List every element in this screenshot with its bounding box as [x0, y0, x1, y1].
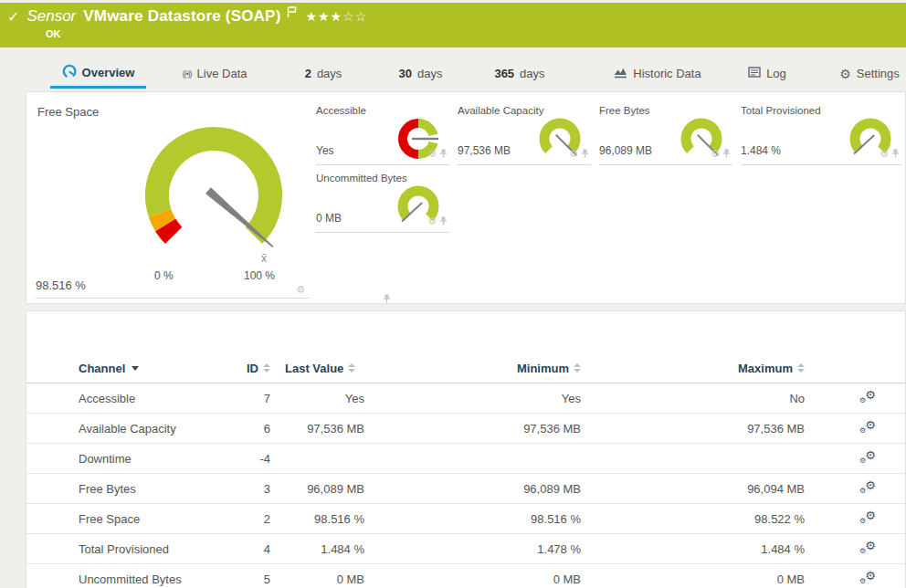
- tab-2-days[interactable]: 2 days: [297, 58, 350, 89]
- table-row-total-provisioned[interactable]: Total Provisioned 4 1.484 % 1.478 % 1.48…: [26, 534, 905, 564]
- gauge-settings-icon[interactable]: ⚙: [427, 216, 437, 226]
- tab-365-days[interactable]: 365 days: [487, 58, 553, 89]
- pin-icon[interactable]: [581, 145, 589, 162]
- flag-icon[interactable]: [287, 5, 297, 23]
- table-row-accessible[interactable]: Accessible 7 Yes Yes No ⚙⚙: [26, 383, 905, 414]
- gauge-icon: [62, 64, 77, 81]
- column-header-last-value[interactable]: Last Value: [285, 362, 355, 375]
- pin-icon[interactable]: [439, 213, 448, 229]
- channel-settings-gears-icon[interactable]: ⚙⚙: [859, 450, 876, 465]
- gauge-value: 97,536 MB: [458, 144, 511, 157]
- gauge-value: Yes: [316, 144, 334, 157]
- gauge-title: Available Capacity: [458, 105, 543, 116]
- pin-icon[interactable]: [722, 145, 731, 162]
- live-icon: ((•)): [182, 69, 191, 79]
- gauge-value: 0 MB: [316, 212, 342, 225]
- channel-settings-gears-icon[interactable]: ⚙⚙: [859, 390, 876, 404]
- gauge-settings-icon[interactable]: ⚙: [569, 149, 578, 159]
- log-icon: [748, 67, 761, 80]
- channel-settings-gears-icon[interactable]: ⚙⚙: [859, 510, 876, 525]
- gauge-settings-icon[interactable]: ⚙: [880, 149, 889, 159]
- free-space-gauge-panel: Free Space x̄ 0 % 100 % 98.516 % ⚙: [36, 100, 310, 299]
- free-bytes-gauge-panel: Free Bytes 96,089 MB ⚙: [599, 103, 732, 165]
- gauge-settings-icon[interactable]: ⚙: [427, 149, 437, 159]
- table-row-available-capacity[interactable]: Available Capacity 6 97,536 MB 97,536 MB…: [26, 414, 905, 444]
- area-chart-icon: [614, 67, 627, 81]
- accessible-gauge-panel: Accessible Yes ⚙: [316, 103, 449, 165]
- gauges-panel: Free Space x̄ 0 % 100 % 98.516 % ⚙ Acces…: [26, 91, 906, 304]
- tab-overview[interactable]: Overview: [50, 58, 146, 89]
- uncommitted-bytes-gauge-panel: Uncommitted Bytes 0 MB ⚙: [316, 171, 449, 233]
- pin-icon[interactable]: [439, 145, 448, 162]
- sort-icon: [574, 363, 581, 373]
- tab-log[interactable]: Log: [744, 58, 790, 89]
- column-header-channel[interactable]: Channel: [79, 362, 139, 375]
- channel-settings-gears-icon[interactable]: ⚙⚙: [859, 571, 876, 585]
- column-header-minimum[interactable]: Minimum: [517, 362, 581, 375]
- gauge-title: Accessible: [316, 105, 366, 116]
- tab-bar: Overview ((•)) Live Data 2 days 30 days …: [0, 58, 906, 89]
- gauge-title: Free Space: [37, 105, 99, 119]
- free-space-gauge: x̄: [122, 109, 305, 282]
- column-header-id[interactable]: ID: [247, 362, 270, 375]
- total-provisioned-gauge-panel: Total Provisioned 1.484 % ⚙: [741, 103, 901, 165]
- table-row-free-space[interactable]: Free Space 2 98.516 % 98.516 % 98.522 % …: [26, 504, 905, 534]
- tab-settings[interactable]: ⚙ Settings: [833, 58, 906, 89]
- channels-table-panel: Channel ID Last Value Minimum Maximum Ac…: [26, 310, 906, 588]
- table-row-free-bytes[interactable]: Free Bytes 3 96,089 MB 96,089 MB 96,094 …: [26, 474, 905, 504]
- gauge-title: Free Bytes: [599, 105, 650, 116]
- sort-desc-icon: [132, 366, 139, 371]
- gauge-title: Total Provisioned: [741, 105, 821, 116]
- average-marker: x̄: [261, 252, 267, 265]
- gauge-value: 96,089 MB: [599, 144, 652, 157]
- available-capacity-gauge-panel: Available Capacity 97,536 MB ⚙: [458, 103, 591, 165]
- gauge-value: 1.484 %: [741, 144, 781, 157]
- gauge-min-label: 0 %: [154, 269, 174, 282]
- priority-stars[interactable]: ★★★☆☆: [306, 9, 368, 24]
- table-row-uncommitted-bytes[interactable]: Uncommitted Bytes 5 0 MB 0 MB 0 MB ⚙⚙: [26, 564, 905, 588]
- channel-settings-gears-icon[interactable]: ⚙⚙: [859, 480, 876, 495]
- gear-icon: ⚙: [839, 68, 851, 80]
- sensor-status-header: ✓ Sensor VMware Datastore (SOAP) ★★★☆☆ O…: [0, 3, 906, 47]
- gauge-settings-icon[interactable]: ⚙: [711, 149, 720, 159]
- sensor-status-text: OK: [46, 28, 61, 39]
- channel-settings-gears-icon[interactable]: ⚙⚙: [859, 541, 876, 555]
- tab-30-days[interactable]: 30 days: [391, 58, 450, 89]
- pin-icon[interactable]: [891, 145, 900, 162]
- gauge-settings-icon[interactable]: ⚙: [296, 285, 305, 295]
- object-kind-label: Sensor: [26, 7, 76, 26]
- channel-settings-gears-icon[interactable]: ⚙⚙: [859, 420, 876, 435]
- channels-table: Channel ID Last Value Minimum Maximum Ac…: [26, 353, 905, 588]
- gauge-value: 98.516 %: [36, 278, 86, 292]
- sort-icon: [263, 363, 270, 373]
- tab-live-data[interactable]: ((•)) Live Data: [169, 58, 260, 89]
- tab-historic-data[interactable]: Historic Data: [594, 58, 722, 89]
- table-row-downtime[interactable]: Downtime -4 ⚙⚙: [26, 444, 905, 474]
- table-header-row: Channel ID Last Value Minimum Maximum: [26, 353, 905, 383]
- sort-icon: [348, 363, 355, 373]
- gauge-max-label: 100 %: [244, 269, 275, 282]
- column-header-maximum[interactable]: Maximum: [738, 362, 805, 375]
- sort-icon: [797, 363, 805, 373]
- status-check-icon: ✓: [7, 8, 19, 26]
- sensor-title: VMware Datastore (SOAP): [83, 7, 280, 26]
